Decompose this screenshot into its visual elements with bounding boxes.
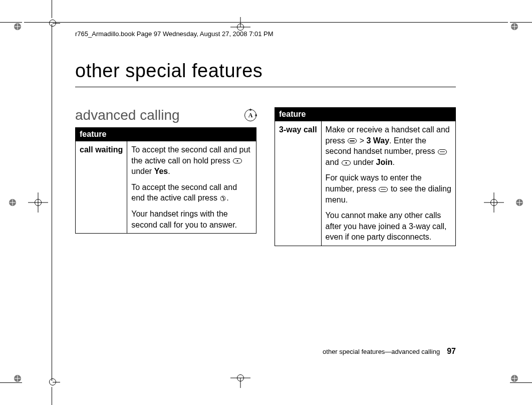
- registration-cross-bottomleft: [48, 377, 58, 387]
- feature-name: 3-way call: [275, 121, 322, 246]
- right-column: feature 3-way call Make or receive a han…: [275, 107, 456, 246]
- table-header: feature: [275, 108, 456, 121]
- registration-mark: [511, 23, 518, 30]
- registration-mark: [511, 375, 518, 382]
- feature-description: Make or receive a handset call and press…: [321, 121, 455, 246]
- registration-dot: [9, 199, 16, 206]
- footer-text: other special features—advanced calling: [323, 348, 440, 355]
- feature-table-right: feature 3-way call Make or receive a han…: [275, 107, 456, 246]
- registration-cross-topleft: [48, 18, 58, 28]
- feature-description: To accept the second call and put the ac…: [127, 141, 256, 234]
- left-column: advanced calling A feature call waiting …: [75, 107, 256, 234]
- section-title: advanced calling: [75, 107, 180, 123]
- end-key-icon: ✆: [220, 194, 226, 204]
- softkey-icon: [342, 160, 351, 165]
- registration-cross: [28, 192, 48, 213]
- running-footer: other special features—advanced calling …: [323, 347, 456, 356]
- feature-table-left: feature call waiting To accept the secon…: [75, 127, 256, 234]
- running-header: r765_Armadillo.book Page 97 Wednesday, A…: [75, 30, 274, 38]
- crop-line: [52, 387, 52, 405]
- registration-mark: [14, 375, 21, 382]
- chapter-title: other special features: [75, 60, 456, 82]
- trim-line-top: [24, 22, 508, 23]
- crop-line: [0, 382, 22, 383]
- table-header: feature: [76, 128, 256, 141]
- registration-group-right: [484, 192, 523, 213]
- crop-line: [510, 382, 532, 383]
- registration-cross: [484, 192, 504, 213]
- crop-line: [52, 0, 52, 18]
- registration-mark: [14, 23, 21, 30]
- page-number: 97: [447, 347, 456, 356]
- softkey-icon: [233, 158, 242, 163]
- trim-line-left: [52, 24, 52, 381]
- crop-line: [0, 22, 22, 23]
- menu-key-icon: [379, 187, 388, 192]
- menu-key-icon: [348, 138, 357, 143]
- feature-name: call waiting: [76, 141, 127, 234]
- registration-cross-bottom: [230, 368, 250, 388]
- menu-key-icon: [438, 149, 447, 154]
- crop-line: [510, 22, 532, 23]
- feature-availability-icon: A: [244, 109, 256, 121]
- page-content: other special features advanced calling …: [75, 50, 456, 356]
- chapter-rule: [75, 87, 456, 87]
- registration-group-left: [9, 192, 48, 213]
- registration-dot: [516, 199, 523, 206]
